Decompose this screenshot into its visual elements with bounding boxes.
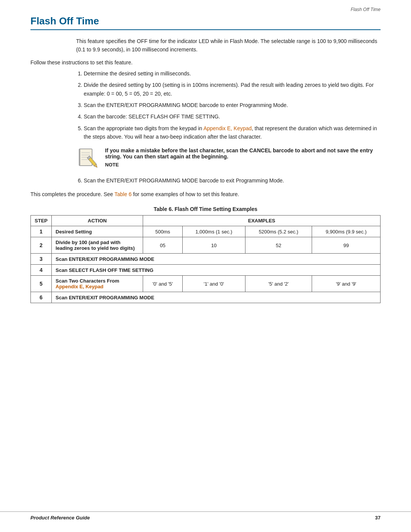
page-header: Flash Off Time bbox=[350, 7, 381, 12]
steps-list: Determine the desired setting in millise… bbox=[30, 69, 381, 141]
action-cell: Scan Two Characters FromAppendix E, Keyp… bbox=[52, 276, 143, 292]
col-action-header: Action bbox=[52, 216, 143, 226]
example-cell: 5200ms (5.2 sec.) bbox=[245, 226, 312, 237]
step-cell: 5 bbox=[31, 276, 52, 292]
follow-text: Follow these instructions to set this fe… bbox=[30, 59, 381, 66]
step-cell: 1 bbox=[31, 226, 52, 237]
step-4: Scan the barcode: SELECT FLASH OFF TIME … bbox=[84, 112, 381, 121]
step-cell: 2 bbox=[31, 237, 52, 254]
col-examples-header: Examples bbox=[143, 216, 381, 226]
footer-title: Product Reference Guide bbox=[30, 515, 90, 521]
example-cell: 99 bbox=[312, 237, 380, 254]
note-content: If you make a mistake before the last ch… bbox=[105, 147, 381, 168]
step-3: Scan the ENTER/EXIT PROGRAMMING MODE bar… bbox=[84, 101, 381, 109]
table-row: 5 Scan Two Characters FromAppendix E, Ke… bbox=[31, 276, 381, 292]
example-cell: 500ms bbox=[143, 226, 183, 237]
step-2: Divide the desired setting by 100 (setti… bbox=[84, 81, 381, 98]
example-cell: '9' and '9' bbox=[312, 276, 380, 292]
setting-examples-table: Step Action Examples 1 Desired Setting 5… bbox=[30, 215, 381, 303]
example-cell: 1,000ms (1 sec.) bbox=[183, 226, 245, 237]
step-6: Scan the ENTER/EXIT PROGRAMMING MODE bar… bbox=[84, 176, 381, 185]
table-row: 2 Divide by 100 (and pad with leading ze… bbox=[31, 237, 381, 254]
note-icon bbox=[76, 147, 99, 170]
action-cell: Divide by 100 (and pad with leading zero… bbox=[52, 237, 143, 254]
wide-action-cell: Scan SELECT FLASH OFF TIME SETTING bbox=[52, 265, 381, 276]
step-1: Determine the desired setting in millise… bbox=[84, 69, 381, 78]
note-label: NOTE bbox=[105, 162, 381, 168]
steps-list-cont: Scan the ENTER/EXIT PROGRAMMING MODE bar… bbox=[30, 176, 381, 185]
example-cell: '0' and '5' bbox=[143, 276, 183, 292]
example-cell: 05 bbox=[143, 237, 183, 254]
col-step-header: Step bbox=[31, 216, 52, 226]
footer-page-number: 37 bbox=[375, 515, 381, 521]
table-title: Table 6. Flash Off Time Setting Examples bbox=[30, 206, 381, 212]
table-row: 6 Scan ENTER/EXIT PROGRAMMING MODE bbox=[31, 292, 381, 303]
step-cell: 6 bbox=[31, 292, 52, 303]
table-row: 1 Desired Setting 500ms 1,000ms (1 sec.)… bbox=[31, 226, 381, 237]
step-cell: 4 bbox=[31, 265, 52, 276]
appendix-link[interactable]: Appendix E, Keypad bbox=[203, 125, 252, 131]
example-cell: 9,900ms (9.9 sec.) bbox=[312, 226, 380, 237]
wide-action-cell: Scan ENTER/EXIT PROGRAMMING MODE bbox=[52, 254, 381, 265]
page-footer: Product Reference Guide 37 bbox=[0, 511, 411, 521]
example-cell: '1' and '0' bbox=[183, 276, 245, 292]
conclusion-text: This completes the procedure. See Table … bbox=[30, 190, 381, 198]
intro-paragraph: This feature specifies the OFF time for … bbox=[30, 37, 381, 54]
example-cell: 10 bbox=[183, 237, 245, 254]
example-cell: 52 bbox=[245, 237, 312, 254]
note-bold-text: If you make a mistake before the last ch… bbox=[105, 147, 373, 160]
table6-link[interactable]: Table 6 bbox=[115, 191, 132, 197]
section-title: Flash Off Time bbox=[30, 15, 381, 30]
appendix-table-link[interactable]: Appendix E, Keypad bbox=[56, 284, 104, 289]
note-box: If you make a mistake before the last ch… bbox=[76, 147, 381, 170]
table-row: 4 Scan SELECT FLASH OFF TIME SETTING bbox=[31, 265, 381, 276]
step-cell: 3 bbox=[31, 254, 52, 265]
example-cell: '5' and '2' bbox=[245, 276, 312, 292]
table-row: 3 Scan ENTER/EXIT PROGRAMMING MODE bbox=[31, 254, 381, 265]
wide-action-cell: Scan ENTER/EXIT PROGRAMMING MODE bbox=[52, 292, 381, 303]
action-cell: Desired Setting bbox=[52, 226, 143, 237]
step-5: Scan the appropriate two digits from the… bbox=[84, 124, 381, 141]
